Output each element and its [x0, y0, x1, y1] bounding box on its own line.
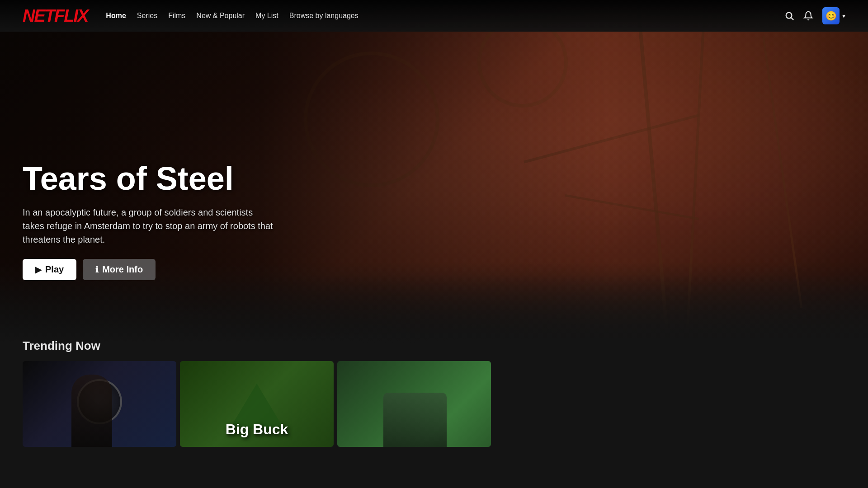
hero-title: Tears of Steel [23, 161, 276, 197]
profile-menu[interactable]: 😊 ▾ [822, 7, 845, 24]
trending-title: Trending Now [23, 339, 845, 353]
card-1-figure [71, 375, 112, 447]
nav-browse-languages[interactable]: Browse by languages [289, 12, 359, 20]
search-icon[interactable] [784, 11, 794, 21]
nav-home[interactable]: Home [106, 12, 126, 20]
avatar: 😊 [822, 7, 840, 24]
trending-card-1[interactable] [23, 361, 176, 447]
notifications-icon[interactable] [803, 11, 813, 21]
hero-buttons: ▶ Play ℹ More Info [23, 259, 276, 280]
play-label: Play [45, 264, 64, 275]
play-icon: ▶ [35, 265, 42, 275]
hero-content: Tears of Steel In an apocalyptic future,… [23, 161, 276, 280]
svg-point-0 [786, 13, 792, 19]
nav-right-controls: 😊 ▾ [784, 7, 845, 24]
nav-new-popular[interactable]: New & Popular [196, 12, 245, 20]
more-info-button[interactable]: ℹ More Info [83, 259, 156, 280]
card-3-couple [383, 393, 447, 447]
svg-line-1 [791, 18, 793, 20]
netflix-logo[interactable]: NETFLIX [23, 6, 88, 26]
more-info-label: More Info [102, 264, 143, 275]
info-icon: ℹ [95, 265, 99, 275]
nav-films[interactable]: Films [168, 12, 185, 20]
nav-links: Home Series Films New & Popular My List … [106, 12, 784, 20]
avatar-emoji: 😊 [826, 10, 837, 21]
trending-card-3[interactable] [337, 361, 491, 447]
navbar: NETFLIX Home Series Films New & Popular … [0, 0, 868, 32]
play-button[interactable]: ▶ Play [23, 259, 76, 280]
trending-cards-row: Big Buck [23, 361, 845, 447]
trending-section: Trending Now Big Buck [0, 339, 868, 465]
nav-series[interactable]: Series [137, 12, 157, 20]
card-2-title: Big Buck [226, 421, 288, 438]
hero-section: Tears of Steel In an apocalyptic future,… [0, 0, 868, 343]
chevron-down-icon: ▾ [842, 12, 845, 19]
hero-description: In an apocalyptic future, a group of sol… [23, 206, 276, 246]
nav-my-list[interactable]: My List [255, 12, 278, 20]
trending-card-2[interactable]: Big Buck [180, 361, 334, 447]
